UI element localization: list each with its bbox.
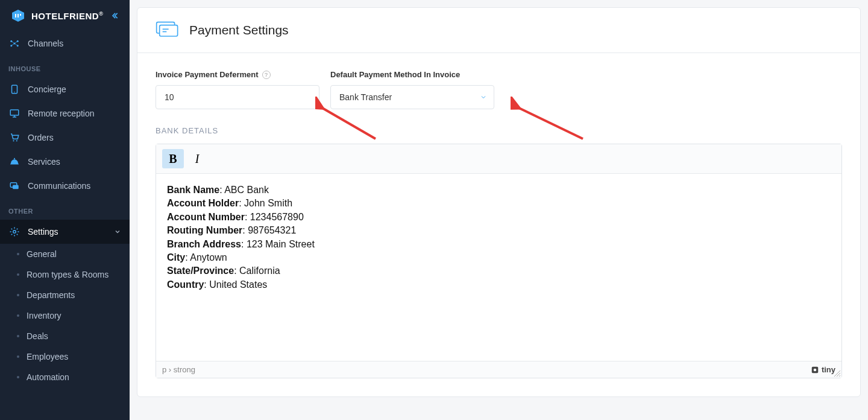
sidebar-item-remote-reception[interactable]: Remote reception <box>0 101 130 126</box>
sidebar-item-label: Concierge <box>28 84 66 94</box>
sidebar-sub-inventory[interactable]: Inventory <box>0 305 130 326</box>
svg-point-9 <box>16 140 17 141</box>
method-value: Bank Transfer <box>330 85 494 109</box>
editor-toolbar: B I <box>156 144 841 174</box>
sidebar-item-orders[interactable]: Orders <box>0 126 130 150</box>
svg-point-14 <box>13 231 16 234</box>
editor-path[interactable]: p › strong <box>162 365 195 374</box>
sidebar-section-other: OTHER <box>0 198 130 220</box>
sub-label: General <box>27 249 57 259</box>
bullet-icon <box>17 376 19 378</box>
tablet-icon <box>8 83 20 95</box>
deferment-label: Invoice Payment Deferment ? <box>156 70 319 79</box>
sidebar-section-inhouse: INHOUSE <box>0 56 130 77</box>
main-content: Payment Settings Invoice Payment Deferme… <box>130 0 868 420</box>
deferment-group: Invoice Payment Deferment ? <box>156 70 319 109</box>
logo-row: HOTELFRIEND® <box>0 0 130 31</box>
method-group: Default Payment Method In Invoice Bank T… <box>330 70 494 109</box>
sidebar-item-label: Channels <box>28 39 63 48</box>
sidebar-item-concierge[interactable]: Concierge <box>0 77 130 101</box>
sub-label: Automation <box>27 372 69 382</box>
italic-button[interactable]: I <box>186 149 208 168</box>
bold-button[interactable]: B <box>162 149 184 168</box>
sidebar-item-label: Orders <box>28 133 54 142</box>
sidebar-item-settings[interactable]: Settings <box>0 220 130 244</box>
help-icon[interactable]: ? <box>262 71 271 79</box>
sub-label: Departments <box>27 290 75 300</box>
svg-point-6 <box>14 92 15 93</box>
form-row: Invoice Payment Deferment ? Default Paym… <box>156 70 842 109</box>
sidebar-sub-employees[interactable]: Employees <box>0 346 130 367</box>
sub-label: Deals <box>27 331 48 341</box>
sidebar-item-label: Remote reception <box>28 109 95 118</box>
bullet-icon <box>17 253 19 255</box>
editor-content[interactable]: Bank Name: ABC Bank Account Holder: John… <box>156 174 841 361</box>
logo-icon <box>11 8 25 23</box>
svg-point-20 <box>814 368 817 371</box>
bank-details-editor: B I Bank Name: ABC Bank Account Holder: … <box>156 144 842 378</box>
sidebar-item-communications[interactable]: Communications <box>0 174 130 198</box>
svg-point-11 <box>14 158 15 159</box>
bullet-icon <box>17 273 19 276</box>
sub-label: Room types & Rooms <box>27 270 108 279</box>
sidebar-item-services[interactable]: Services <box>0 150 130 174</box>
svg-rect-7 <box>10 110 19 115</box>
chat-icon <box>8 180 20 192</box>
card-icon <box>156 21 180 39</box>
svg-rect-13 <box>13 185 19 189</box>
bullet-icon <box>17 355 19 358</box>
sub-label: Employees <box>27 352 68 361</box>
bullet-icon <box>17 294 19 296</box>
sidebar-sub-departments[interactable]: Departments <box>0 285 130 305</box>
chevron-down-icon <box>114 228 121 235</box>
brand-name: HOTELFRIEND® <box>31 11 103 21</box>
sub-label: Inventory <box>27 311 61 320</box>
cart-icon <box>8 132 20 144</box>
editor-footer: p › strong tiny <box>156 361 841 378</box>
svg-rect-16 <box>160 25 178 36</box>
sidebar-collapse-button[interactable] <box>110 11 119 20</box>
sidebar-item-label: Communications <box>28 181 90 191</box>
cloche-icon <box>8 156 20 168</box>
bullet-icon <box>17 314 19 317</box>
sidebar-sub-room-types[interactable]: Room types & Rooms <box>0 264 130 285</box>
sidebar-item-label: Services <box>28 157 60 167</box>
payment-settings-card: Payment Settings Invoice Payment Deferme… <box>137 7 861 397</box>
card-body: Invoice Payment Deferment ? Default Paym… <box>137 53 860 396</box>
sidebar-sub-general[interactable]: General <box>0 244 130 264</box>
sidebar-sub-automation[interactable]: Automation <box>0 367 130 387</box>
resize-handle[interactable] <box>834 371 840 377</box>
svg-point-8 <box>13 140 14 141</box>
sidebar-sub-deals[interactable]: Deals <box>0 326 130 346</box>
gear-icon <box>8 226 20 238</box>
editor-branding: tiny <box>811 365 835 374</box>
page-title: Payment Settings <box>189 23 289 37</box>
bullet-icon <box>17 335 19 337</box>
method-select[interactable]: Bank Transfer <box>330 85 494 109</box>
sidebar: HOTELFRIEND® Channels INHOUSE Concierge … <box>0 0 130 420</box>
bank-details-label: BANK DETAILS <box>156 126 842 135</box>
card-header: Payment Settings <box>137 8 860 53</box>
channels-icon <box>8 37 20 49</box>
sidebar-item-label: Settings <box>28 227 58 237</box>
method-label: Default Payment Method In Invoice <box>330 70 494 79</box>
svg-rect-10 <box>10 164 19 165</box>
sidebar-item-channels[interactable]: Channels <box>0 31 130 56</box>
deferment-input[interactable] <box>156 85 319 109</box>
monitor-icon <box>8 107 20 119</box>
